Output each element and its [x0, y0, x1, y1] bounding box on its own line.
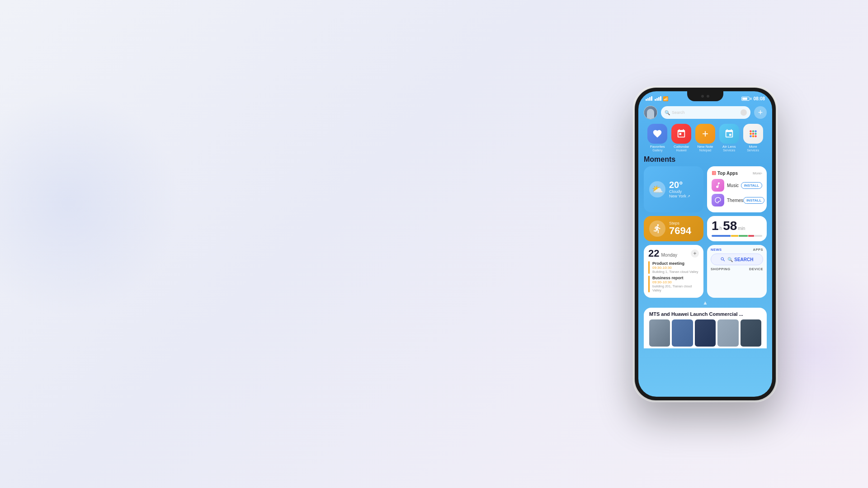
- themes-name: Themes: [727, 198, 743, 203]
- weather-emoji: ⛅: [652, 184, 663, 195]
- app-favorites[interactable]: Favorites Gallery: [647, 124, 667, 152]
- app-music-info: Music: [712, 179, 739, 192]
- cal-event-loc-1: Building 1, Tianan cloud Valley: [652, 270, 699, 274]
- app-icons-row: Favorites Gallery Caltsndar Huawei +: [638, 121, 772, 154]
- cal-day: Monday: [661, 253, 677, 258]
- cal-event-time-1: 09:30-10:30: [652, 266, 699, 270]
- music-install-btn[interactable]: INSTALL: [741, 182, 762, 189]
- wifi-icon: 📶: [663, 96, 668, 101]
- timer-seg-2: [731, 235, 738, 237]
- news-images: [649, 319, 761, 347]
- music-name: Music: [727, 183, 739, 188]
- weather-desc: Cloudy: [669, 189, 690, 194]
- steps-runner-icon: [649, 221, 665, 237]
- cal-event-2: Business report 09:30-10:30 building 201…: [648, 276, 699, 292]
- top-apps-header: ⊞ Top Apps More ›: [712, 170, 762, 176]
- signal-bar-2: [655, 96, 661, 101]
- app-newnote[interactable]: + New Note Notepad: [695, 124, 715, 152]
- widgets-row-2: Steps 7694 1 h 58 min: [638, 216, 772, 241]
- timer-widget[interactable]: 1 h 58 min: [707, 216, 767, 241]
- moments-section: Moments: [638, 154, 772, 164]
- svg-point-1: [752, 130, 754, 132]
- cal-date-day: 22 Monday: [648, 249, 677, 258]
- cat-apps[interactable]: APPS: [753, 248, 763, 252]
- app-row-themes[interactable]: Themes INSTALL: [712, 194, 762, 206]
- time-display: 08:08: [753, 96, 765, 101]
- weather-icon: ⛅: [649, 181, 665, 197]
- cal-date: 22: [648, 249, 659, 258]
- steps-widget[interactable]: Steps 7694: [644, 216, 703, 241]
- news-title: MTS and Huawei Launch Commercial ...: [649, 311, 761, 317]
- search-field[interactable]: 🔍 Search: [661, 106, 750, 119]
- avatar[interactable]: [644, 106, 657, 119]
- svg-point-0: [750, 130, 752, 132]
- news-img-2: [672, 319, 693, 347]
- search-dots-icon: [741, 109, 747, 116]
- newnote-sublabel: Notepad: [699, 149, 711, 152]
- camera-left: [701, 95, 704, 98]
- search-cats-top: NEWS APPS: [711, 248, 763, 252]
- search-cats-bottom: SHOPPING DEVICE: [711, 267, 763, 271]
- search-button-text: 🔍 SEARCH: [727, 257, 753, 262]
- themes-install-btn[interactable]: INSTALL: [743, 197, 764, 204]
- app-themes-info: Themes: [712, 194, 743, 206]
- cat-device[interactable]: DEVICE: [749, 267, 763, 271]
- svg-point-8: [755, 135, 757, 137]
- phone-inner: 📶 08:08: [635, 88, 776, 400]
- cal-event-1: Product meeting 09:30-10:30 Building 1, …: [648, 261, 699, 274]
- calendar-widget[interactable]: 22 Monday + Product meeting 09:30-10:30: [644, 245, 703, 298]
- app-more[interactable]: More Services: [743, 124, 763, 152]
- signal-icons: 📶: [646, 96, 668, 101]
- steps-count: 7694: [669, 225, 691, 236]
- search-main-button[interactable]: 🔍 SEARCH: [711, 253, 763, 265]
- news-img-4: [717, 319, 738, 347]
- app-row-music[interactable]: Music INSTALL: [712, 179, 762, 192]
- timer-seg-4: [748, 235, 754, 237]
- app-calendar[interactable]: Caltsndar Huawei: [671, 124, 691, 152]
- svg-point-3: [750, 133, 752, 135]
- news-card[interactable]: MTS and Huawei Launch Commercial ...: [644, 308, 767, 348]
- more-sublabel: Services: [747, 149, 759, 152]
- top-apps-grid-icon: ⊞: [712, 170, 716, 176]
- cat-shopping[interactable]: SHOPPING: [711, 267, 731, 271]
- newnote-label: New Note: [697, 145, 713, 149]
- cal-event-bar-1: [648, 261, 650, 274]
- steps-label: Steps: [669, 221, 691, 225]
- top-apps-title: ⊞ Top Apps: [712, 170, 738, 176]
- search-categories-widget: NEWS APPS 🔍 SEARCH SHOPPING DEVICE: [707, 245, 767, 298]
- svg-point-7: [752, 135, 754, 137]
- steps-info: Steps 7694: [669, 221, 691, 236]
- phone-notch: [687, 91, 723, 101]
- svg-point-6: [750, 135, 752, 137]
- cat-news[interactable]: NEWS: [711, 248, 722, 252]
- music-icon: [712, 179, 724, 192]
- more-icon: [743, 124, 763, 144]
- weather-temp: 20°: [669, 180, 690, 189]
- svg-point-2: [755, 130, 757, 132]
- timer-hours: 1: [712, 220, 719, 232]
- timer-seg-1: [712, 235, 731, 237]
- airlens-sublabel: Services: [723, 149, 735, 152]
- airlens-label: Air Lens: [722, 145, 736, 149]
- cal-event-bar-2: [648, 276, 650, 292]
- battery-icon: [741, 97, 751, 101]
- weather-info: 20° Cloudy New York ↗: [669, 180, 690, 198]
- add-button[interactable]: +: [754, 106, 767, 119]
- timer-progress-bar: [712, 235, 762, 237]
- themes-icon: [712, 194, 724, 206]
- timer-h-unit: h: [720, 226, 722, 231]
- search-icon: 🔍: [665, 110, 670, 115]
- calendar-label: Caltsndar: [674, 145, 689, 149]
- cal-add-button[interactable]: +: [691, 249, 699, 258]
- news-img-5: [741, 319, 761, 347]
- bg-blob-left: [0, 90, 181, 316]
- more-label: More: [749, 145, 757, 149]
- timer-minutes: 58: [723, 220, 737, 232]
- cal-event-info-1: Product meeting 09:30-10:30 Building 1, …: [652, 261, 699, 274]
- top-apps-more[interactable]: More ›: [753, 171, 762, 175]
- weather-widget[interactable]: ⛅ 20° Cloudy New York ↗: [644, 166, 703, 212]
- app-airlens[interactable]: Air Lens Services: [719, 124, 739, 152]
- calendar-header: 22 Monday +: [648, 249, 699, 258]
- timer-seg-5: [755, 235, 762, 237]
- time-battery: 08:08: [741, 96, 765, 101]
